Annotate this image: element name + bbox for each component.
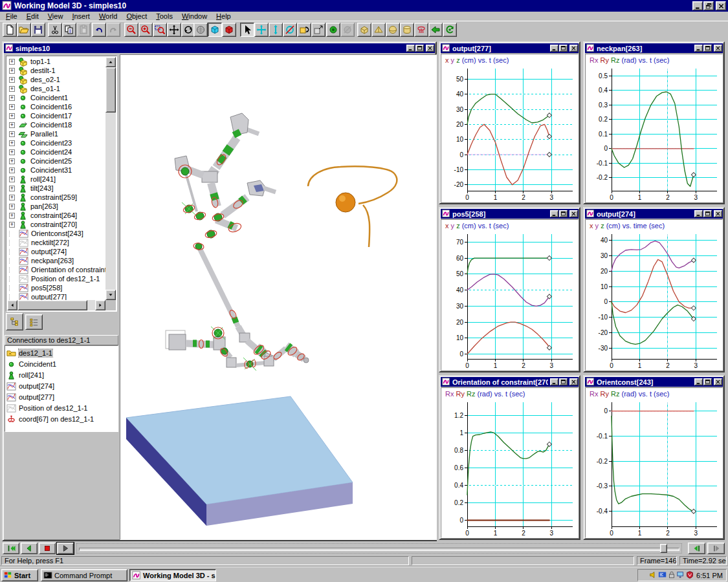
connection-item[interactable]: des12_1-1	[6, 348, 52, 358]
hierarchy-tab[interactable]	[6, 313, 23, 330]
maximize-button[interactable]	[559, 45, 568, 52]
expand-toggle[interactable]: +	[9, 131, 15, 137]
tree-item[interactable]: Position of des12_1-1	[7, 274, 105, 283]
chart-titlebar[interactable]: Orientation of constraint[270]	[441, 377, 579, 387]
move-vertical-tool-button[interactable]	[269, 23, 283, 37]
target-ball[interactable]	[336, 193, 355, 212]
zoom-window-button[interactable]	[153, 23, 167, 37]
expand-toggle[interactable]: +	[9, 186, 15, 191]
tree-item[interactable]: +Coincident16	[7, 102, 105, 111]
expand-toggle[interactable]: +	[9, 77, 15, 83]
expand-toggle[interactable]: +	[9, 167, 15, 173]
tree-item[interactable]: Orientconst[243]	[7, 229, 105, 238]
insert-motor-button[interactable]	[443, 23, 457, 37]
frame-back-button[interactable]	[688, 543, 705, 554]
copy-button[interactable]	[62, 23, 76, 37]
tree-item[interactable]: +constraint[259]	[7, 193, 105, 202]
tree-vertical-scrollbar[interactable]	[105, 57, 116, 300]
expand-toggle[interactable]: +	[9, 204, 15, 210]
start-button[interactable]: Start	[1, 569, 38, 581]
expand-toggle[interactable]: +	[9, 113, 15, 119]
stop-button[interactable]	[39, 543, 56, 554]
expand-toggle[interactable]: +	[9, 95, 15, 101]
new-button[interactable]	[3, 23, 17, 37]
expand-toggle[interactable]: +	[9, 149, 15, 155]
tree-item[interactable]: +Coincident17	[7, 111, 105, 120]
chart-titlebar[interactable]: output[277]	[441, 43, 579, 53]
timeline-track[interactable]	[79, 548, 679, 551]
lock-tray-icon[interactable]	[667, 570, 676, 579]
maximize-button[interactable]	[703, 45, 712, 52]
task-button-2[interactable]: Working Model 3D - s...	[129, 569, 216, 581]
scroll-up-button[interactable]	[105, 57, 116, 67]
insert-cylinder-button[interactable]	[400, 23, 414, 37]
frame-forward-button[interactable]	[707, 543, 725, 554]
vscroll-thumb[interactable]	[105, 67, 116, 113]
redo-button[interactable]	[106, 23, 120, 37]
rotate-body-tool-button[interactable]	[297, 23, 311, 37]
tree-item[interactable]: +pan[263]	[7, 202, 105, 211]
join-button[interactable]	[326, 23, 340, 37]
minimize-button[interactable]	[550, 378, 558, 385]
minimize-button[interactable]	[550, 210, 558, 217]
close-button[interactable]	[714, 378, 722, 385]
menu-object[interactable]: Object	[122, 12, 151, 21]
close-button[interactable]	[426, 45, 434, 52]
scroll-right-button[interactable]	[95, 300, 105, 310]
volume-tray-icon[interactable]	[649, 570, 658, 579]
zoom-out-button[interactable]	[124, 23, 138, 37]
chart-titlebar[interactable]: pos5[258]	[441, 209, 579, 219]
menu-tools[interactable]: Tools	[151, 12, 177, 21]
tree-item[interactable]: +Coincident23	[7, 138, 105, 147]
move-tool-button[interactable]	[254, 23, 269, 37]
scroll-down-button[interactable]	[105, 290, 116, 300]
undo-button[interactable]	[92, 23, 106, 37]
tree-item[interactable]: +constraint[264]	[7, 211, 105, 220]
chart-titlebar[interactable]: Orientconst[243]	[585, 377, 723, 387]
rotate-tool-button[interactable]	[283, 23, 297, 37]
maximize-button[interactable]	[559, 378, 568, 385]
play-button[interactable]	[57, 543, 74, 554]
tree-item[interactable]: +Coincident24	[7, 147, 105, 156]
tree-item[interactable]: +roll[241]	[7, 175, 105, 184]
connection-item[interactable]: roll[241]	[6, 370, 44, 380]
viewport-3d[interactable]	[120, 54, 437, 540]
timeline-slider[interactable]	[76, 543, 682, 554]
save-button[interactable]	[31, 23, 45, 37]
ground-platform[interactable]	[126, 396, 353, 526]
insert-wedge-button[interactable]	[371, 23, 386, 37]
expand-toggle[interactable]: +	[9, 68, 15, 74]
robot-arm-model[interactable]	[166, 113, 309, 371]
network-tray-icon[interactable]	[676, 570, 685, 579]
expand-toggle[interactable]: +	[9, 158, 15, 164]
tree-item[interactable]: output[277]	[7, 292, 105, 300]
tree-item[interactable]: +top1-1	[7, 57, 105, 66]
menu-window[interactable]: Window	[177, 12, 212, 21]
close-button[interactable]	[569, 45, 578, 52]
scroll-left-button[interactable]	[7, 300, 17, 310]
hscroll-thumb[interactable]	[17, 300, 87, 310]
expand-toggle[interactable]: +	[9, 104, 15, 110]
open-button[interactable]	[17, 23, 31, 37]
timeline-thumb[interactable]	[660, 544, 667, 553]
document-titlebar[interactable]: simples10	[4, 43, 435, 53]
task-button-1[interactable]: Command Prompt	[41, 569, 127, 581]
menu-edit[interactable]: Edit	[22, 12, 43, 21]
tree-item[interactable]: pos5[258]	[7, 283, 105, 292]
expand-toggle[interactable]: +	[9, 177, 15, 182]
insert-sphere-button[interactable]	[386, 23, 400, 37]
tree-item[interactable]: +Coincident31	[7, 166, 105, 175]
tree-item[interactable]: +tilt[243]	[7, 184, 105, 193]
tree-item[interactable]: +Parallel1	[7, 129, 105, 138]
tree-item[interactable]: neckpan[263]	[7, 256, 105, 265]
tree-item[interactable]: +des_o2-1	[7, 75, 105, 84]
insert-coord-button[interactable]	[428, 23, 443, 37]
restore-button[interactable]	[703, 1, 714, 10]
expand-toggle[interactable]: +	[9, 195, 15, 200]
cut-button[interactable]	[48, 23, 62, 37]
expand-toggle[interactable]: +	[9, 59, 15, 65]
expand-toggle[interactable]: +	[9, 140, 15, 146]
tree-item[interactable]: +constraint[270]	[7, 220, 105, 229]
step-back-button[interactable]	[21, 543, 38, 554]
wireframe-mode-button[interactable]	[193, 23, 208, 37]
